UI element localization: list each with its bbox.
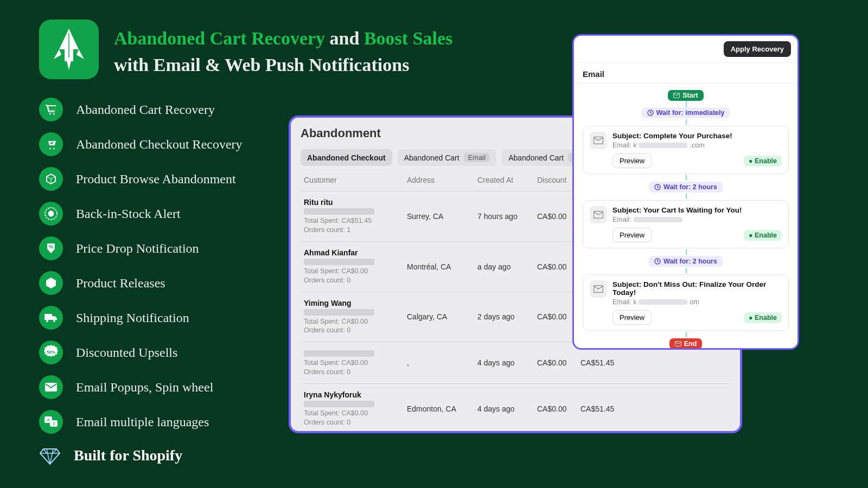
preview-button[interactable]: Preview <box>612 310 652 325</box>
customer-spent: Total Spent: CA$0.00 <box>304 317 407 326</box>
cell-address: Montréal, CA <box>407 262 477 271</box>
customer-name: Iryna Nykyforuk <box>304 390 407 399</box>
feature-item: A文 Email multiple languages <box>39 410 278 434</box>
wait-chip: Wait for: 2 hours <box>649 256 723 267</box>
flow-step-card: Subject: Don't Miss Out: Finalize Your O… <box>583 274 789 331</box>
feature-item: Product Releases <box>39 271 278 295</box>
headline-seg3: Boost Sales <box>364 28 452 48</box>
cell-created: a day ago <box>477 262 537 271</box>
tab-label: Abandoned Cart <box>508 153 564 162</box>
feature-item: Abandoned Cart Recovery <box>39 98 278 121</box>
flow-header: Apply Recovery <box>574 36 797 63</box>
svg-text:文: 文 <box>52 422 56 426</box>
built-for-shopify: Built for Shopify <box>39 445 182 466</box>
step-email: Email: k.com <box>612 142 782 149</box>
enable-badge: ● Enable <box>744 156 782 166</box>
step-subject: Subject: Don't Miss Out: Finalize Your O… <box>612 280 782 297</box>
tab-abandoned-checkout[interactable]: Abandoned Checkout <box>301 149 392 166</box>
redacted-line <box>304 309 374 316</box>
redacted-line <box>639 143 687 148</box>
truck-icon <box>39 306 63 330</box>
flow-step-card: Subject: Complete Your Purchase!Email: k… <box>583 126 789 174</box>
feature-item: Product Browse Abandonment <box>39 167 278 191</box>
mail-icon <box>675 341 681 346</box>
customer-orders: Orders count: 0 <box>304 326 407 335</box>
customer-name: Ritu ritu <box>304 198 407 207</box>
feature-item: Email Popups, Spin wheel <box>39 375 278 399</box>
preview-button[interactable]: Preview <box>612 153 652 168</box>
redacted-line <box>634 217 682 222</box>
flow-start-chip: Start <box>668 90 703 101</box>
cell-total: CA$51.45 <box>580 404 628 413</box>
flow-step-card: Subject: Your Cart Is Waiting for You!Em… <box>583 200 789 248</box>
cell-discount: CA$0.00 <box>537 358 580 367</box>
col-created: Created At <box>477 176 537 184</box>
flow-wait-row: Wait for: 2 hours <box>583 253 789 270</box>
tab-label: Abandoned Cart <box>404 153 459 162</box>
col-customer: Customer <box>304 176 407 184</box>
customer-orders: Orders count: 1 <box>304 226 407 235</box>
headline-seg1: Abandoned Cart Recovery <box>114 28 325 48</box>
cell-created: 2 days ago <box>477 312 537 321</box>
cell-customer: Ahmad KianfarTotal Spent: CA$0.00Orders … <box>304 248 407 285</box>
flow-wait-row: Wait for: 2 hours <box>583 178 789 196</box>
mail-icon <box>39 375 63 399</box>
redacted-line <box>304 259 374 265</box>
svg-text:50%: 50% <box>47 350 55 355</box>
customer-spent: Total Spent: CA$51.45 <box>304 216 407 226</box>
feature-label: Product Releases <box>76 276 165 291</box>
app-logo <box>39 20 99 79</box>
customer-orders: Orders count: 0 <box>304 276 407 285</box>
cell-created: 4 days ago <box>477 404 537 413</box>
headline-line2: with Email & Web Push Notifications <box>114 55 409 75</box>
step-email: Email: <box>612 216 782 223</box>
preview-button[interactable]: Preview <box>612 228 652 242</box>
wait-chip: Wait for: 2 hours <box>649 182 723 192</box>
flow-end-row: End <box>583 335 789 350</box>
cell-address: Calgary, CA <box>407 312 477 321</box>
cell-address: Edmonton, CA <box>407 404 477 413</box>
cell-created: 4 days ago <box>477 358 537 367</box>
customer-orders: Orders count: 0 <box>304 368 407 377</box>
translate-icon: A文 <box>39 410 63 434</box>
customer-spent: Total Spent: CA$0.00 <box>304 358 407 368</box>
checkout-icon <box>39 132 63 156</box>
cell-total: CA$51.45 <box>580 358 628 367</box>
flow-end-chip: End <box>669 338 703 349</box>
feature-label: Discounted Upsells <box>76 345 177 360</box>
customer-name: Yiming Wang <box>304 299 407 307</box>
cell-created: 7 hours ago <box>477 212 537 221</box>
feature-list: Abandoned Cart Recovery Abandoned Checko… <box>39 98 278 445</box>
clock-icon <box>654 258 661 265</box>
step-subject: Subject: Complete Your Purchase! <box>612 132 782 140</box>
redacted-line <box>304 401 374 407</box>
headline: Abandoned Cart Recovery and Boost Sales … <box>114 25 452 79</box>
end-label: End <box>684 340 697 348</box>
mail-icon <box>590 280 607 298</box>
headline-seg2: and <box>325 28 364 48</box>
flow-section-title: Email <box>574 63 797 84</box>
feature-item: 50% Discounted Upsells <box>39 341 278 364</box>
feature-label: Price Drop Notification <box>76 241 199 256</box>
stock-alert-icon <box>39 202 63 226</box>
mail-icon <box>590 206 607 223</box>
box-icon <box>39 271 63 295</box>
price-drop-icon: % <box>39 236 63 260</box>
redacted-line <box>639 299 687 305</box>
feature-label: Email multiple languages <box>76 415 209 429</box>
built-for-label: Built for Shopify <box>74 447 182 464</box>
tab-pill: Email <box>464 153 490 162</box>
feature-label: Abandoned Checkout Recovery <box>76 137 242 152</box>
apply-recovery-button[interactable]: Apply Recovery <box>724 41 791 57</box>
recovery-flow-panel: Apply Recovery Email Start Wait for: imm… <box>572 34 799 350</box>
wait-label: Wait for: immediately <box>656 109 725 117</box>
tab-abandoned-cart-email[interactable]: Abandoned Cart Email <box>398 149 496 166</box>
step-email: Email: kom <box>612 298 782 306</box>
mail-icon <box>673 93 680 98</box>
mail-icon <box>590 132 607 149</box>
redacted-line <box>304 208 374 215</box>
flow-wait-row: Wait for: immediately <box>583 104 789 121</box>
cart-icon <box>39 98 63 121</box>
redacted-line <box>304 350 374 357</box>
feature-item: Back-in-Stock Alert <box>39 202 278 226</box>
